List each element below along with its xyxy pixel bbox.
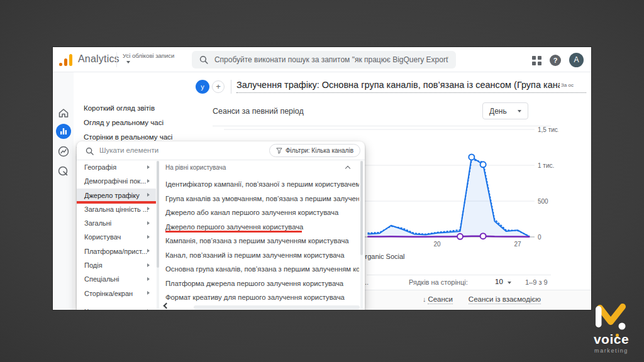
picker-attribute-item[interactable]: Основна група каналів, пов’язана з перши… (160, 261, 359, 276)
chevron-right-icon (147, 309, 150, 310)
svg-text:1,5 тис.: 1,5 тис. (538, 127, 558, 133)
scrollbar[interactable] (157, 161, 159, 309)
granularity-select[interactable]: День (482, 102, 528, 119)
sidebar-item-realtime[interactable]: Огляд у реальному часі (84, 119, 164, 126)
picker-attribute-item[interactable]: Група каналів за умовчанням, пов’язана з… (160, 191, 359, 206)
filter-funnel-icon (276, 148, 282, 154)
category-label: Загальні (84, 216, 111, 230)
filter-chip[interactable]: Фільтри: Кілька каналів (269, 144, 360, 157)
svg-text:500: 500 (538, 198, 548, 205)
attribute-label: Кампанія, пов’язана з першим залученням … (165, 234, 349, 248)
advertising-icon[interactable] (57, 165, 70, 178)
attribute-label: Джерело або канал першого залучення кори… (165, 206, 338, 220)
attribute-label: Ідентифікатор кампанії, пов’язаної з пер… (165, 177, 359, 192)
divider (213, 126, 551, 126)
picker-category-list: ГеографіяДемографічні пок...Джерело траф… (77, 160, 156, 310)
attribute-label: Група каналів за умовчанням, пов’язана з… (165, 192, 359, 206)
picker-category-item[interactable]: Час (77, 305, 156, 310)
global-search-input[interactable]: Спробуйте виконати пошук за запитом "як … (192, 51, 456, 69)
add-comparison-button[interactable]: + (212, 80, 225, 93)
chevron-right-icon (147, 221, 150, 225)
product-name: Analytics (78, 53, 119, 65)
dimension-picker-panel: Шукати елементи Фільтри: Кілька каналів … (77, 141, 365, 310)
top-app-bar: Analytics Усі облікові записи Спробуйте … (53, 47, 591, 72)
divider (367, 275, 551, 275)
chevron-down-icon (126, 61, 130, 63)
picker-category-item[interactable]: Джерело трафіку (77, 189, 156, 202)
svg-text:0: 0 (538, 234, 541, 241)
chart-title: Сеанси за певний період (213, 107, 304, 116)
home-icon[interactable] (57, 107, 70, 119)
bar-chart-icon (56, 124, 71, 139)
category-label: Спеціальні (84, 272, 119, 286)
chevron-right-icon (147, 193, 150, 197)
sort-desc-icon: ↓ (423, 295, 426, 303)
analytics-app-window: Analytics Усі облікові записи Спробуйте … (53, 47, 591, 310)
reports-icon[interactable] (56, 124, 71, 139)
picker-category-item[interactable]: Користувач (77, 230, 156, 244)
category-label: Користувач (84, 230, 121, 244)
search-icon (199, 55, 208, 64)
explore-icon[interactable] (57, 145, 70, 158)
attribute-label: Платформа джерела першого залучення кори… (165, 277, 343, 291)
help-icon[interactable]: ? (550, 55, 561, 66)
picker-attribute-item[interactable]: Формат креативу для першого залучення ко… (160, 290, 359, 304)
sidebar-item-snapshot[interactable]: Короткий огляд звітів (84, 104, 155, 112)
chevron-right-icon (147, 291, 150, 295)
picker-category-item[interactable]: Спеціальні (77, 272, 156, 286)
picker-category-item[interactable]: Демографічні пок... (77, 174, 156, 188)
picker-attribute-item[interactable]: Джерело першого залучення користувача (160, 219, 359, 234)
picker-category-item[interactable]: Платформа/прист... (77, 244, 156, 258)
report-title-wrap[interactable]: Залучення трафіку: Основна група каналів… (236, 77, 586, 93)
search-placeholder: Спробуйте виконати пошук за запитом "як … (214, 55, 448, 64)
picker-search-input[interactable]: Шукати елементи Фільтри: Кілька каналів (77, 141, 365, 160)
picker-category-item[interactable]: Сторінка/екран (77, 287, 156, 300)
brand-sub: marketing (585, 348, 638, 354)
picker-category-item[interactable]: Загальна цінність ... (77, 202, 156, 216)
search-icon (86, 147, 94, 155)
attribute-label: Канал, пов’язаний із першим залученням к… (165, 248, 345, 263)
chevron-right-icon (147, 165, 150, 169)
picker-category-item[interactable]: Географія (77, 160, 156, 174)
picker-category-item[interactable]: Загальні (77, 216, 156, 230)
picker-attribute-item[interactable]: Платформа джерела першого залучення кори… (160, 276, 359, 290)
nav-rail: ⚙ (53, 72, 74, 310)
rows-per-page-value[interactable]: 10 (495, 278, 503, 285)
svg-text:27: 27 (514, 241, 521, 248)
column-header-engaged-sessions[interactable]: Сеанси із взаємодією (443, 295, 541, 303)
divider (116, 52, 117, 67)
category-label: Сторінка/екран (84, 287, 133, 300)
picker-attribute-list: Ідентифікатор кампанії, пов’язаної з пер… (160, 177, 359, 304)
dark-backdrop: Analytics Усі облікові записи Спробуйте … (0, 0, 644, 362)
attribute-label: Основна група каналів, пов’язана з перши… (165, 262, 359, 277)
collapse-group-icon[interactable] (345, 166, 350, 171)
sidebar-item-realtime-pages[interactable]: Сторінки в реальному часі (84, 133, 172, 141)
chevron-right-icon (147, 207, 150, 211)
picker-category-item[interactable]: Подія (77, 258, 156, 272)
horizontal-scrollbar[interactable] (194, 305, 360, 309)
account-switcher[interactable]: Усі облікові записи (123, 52, 174, 59)
page-title: Залучення трафіку: Основна група каналів… (236, 80, 560, 90)
chevron-right-icon (147, 277, 150, 281)
picker-attribute-item[interactable]: Кампанія, пов’язана з першим залученням … (160, 233, 359, 248)
apps-grid-icon[interactable] (532, 56, 541, 65)
category-label: Демографічні пок... (84, 174, 146, 188)
brand-mark-icon (594, 303, 630, 332)
analytics-logo-icon (59, 53, 74, 66)
category-label: Платформа/прист... (84, 244, 147, 258)
svg-text:20: 20 (433, 241, 441, 248)
brand-i-dot (616, 334, 619, 337)
annotation-red-underline (165, 231, 302, 233)
picker-attribute-item[interactable]: Канал, пов’язаний із першим залученням к… (160, 248, 359, 262)
chevron-right-icon (147, 179, 150, 183)
voice-marketing-logo: voice marketing (580, 303, 640, 358)
date-range-partial: За ос (561, 82, 574, 88)
picker-attribute-item[interactable]: Джерело або канал першого залучення кори… (160, 205, 359, 219)
scrollbar[interactable] (360, 161, 363, 309)
legend-organic-social: Organic Social (360, 253, 405, 260)
property-avatar[interactable]: у (196, 80, 209, 94)
picker-group-header: На рівні користувача (165, 164, 226, 171)
avatar[interactable]: А (569, 53, 584, 67)
picker-attribute-item[interactable]: Ідентифікатор кампанії, пов’язаної з пер… (160, 177, 359, 191)
chevron-down-icon[interactable] (508, 282, 511, 284)
